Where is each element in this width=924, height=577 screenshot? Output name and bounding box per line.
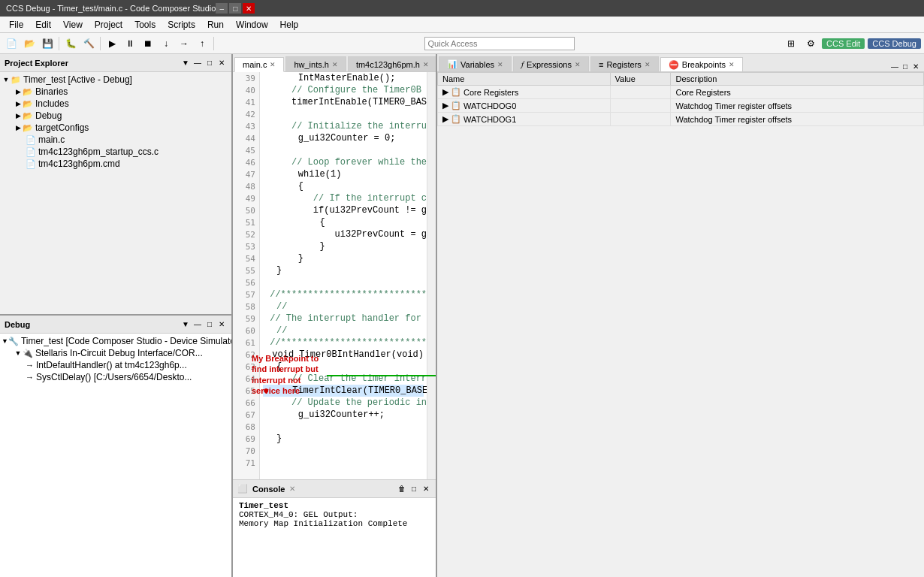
code-line-44[interactable]: g_ui32Counter = 0; xyxy=(263,132,424,144)
table-row[interactable]: ▶ 📋 WATCHDOG1 Watchdog Timer register of… xyxy=(438,113,924,126)
menu-tools[interactable]: Tools xyxy=(128,18,162,32)
panel-minimize[interactable]: — xyxy=(192,58,203,68)
console-clear[interactable]: 🗑 xyxy=(397,484,407,494)
project-root[interactable]: ▼ 📁 Timer_test [Active - Debug] xyxy=(2,74,230,86)
tree-targetconfigs[interactable]: ▶ 📂 targetConfigs xyxy=(2,122,230,134)
toolbar-step-into[interactable]: ↓ xyxy=(158,35,174,52)
tab-registers[interactable]: ≡ Registers ✕ xyxy=(590,56,659,71)
quick-access-input[interactable] xyxy=(424,37,575,50)
menu-view[interactable]: View xyxy=(57,18,89,32)
table-row[interactable]: ▶ 📋 WATCHDOG0 Watchdog Timer register of… xyxy=(438,99,924,113)
code-line-54[interactable]: } xyxy=(263,252,424,264)
right-panel-maximize[interactable]: □ xyxy=(900,61,910,71)
code-line-57[interactable]: //**************************************… xyxy=(263,288,424,301)
code-lines[interactable]: IntMasterEnable(); // Configure the Time… xyxy=(260,72,427,479)
code-line-71[interactable] xyxy=(263,457,424,469)
code-line-60[interactable]: // xyxy=(263,325,424,337)
debug-panel-maximize[interactable]: □ xyxy=(204,319,215,330)
tab-breakpoints-close[interactable]: ✕ xyxy=(729,61,735,68)
tab-variables-close[interactable]: ✕ xyxy=(497,61,503,68)
tree-cmd[interactable]: 📄 tm4c123gh6pm.cmd xyxy=(2,158,230,170)
debug-item-2[interactable]: → IntDefaultHandler() at tm4c123gh6p... xyxy=(2,359,230,371)
code-line-48[interactable]: { xyxy=(263,180,424,192)
toolbar-icon1[interactable]: ⊞ xyxy=(783,35,799,52)
code-line-40[interactable]: // Configure the Timer0B interrupt for t… xyxy=(263,84,424,96)
minimize-button[interactable]: – xyxy=(216,3,228,14)
code-line-62[interactable]: void Timer0BIntHandler(void) xyxy=(263,349,424,361)
tab-tm4c-h-close[interactable]: ✕ xyxy=(423,61,429,68)
toolbar-build[interactable]: 🔨 xyxy=(80,35,97,52)
close-button[interactable]: ✕ xyxy=(243,3,255,14)
menu-edit[interactable]: Edit xyxy=(29,18,57,32)
code-line-63[interactable]: { xyxy=(263,361,424,373)
code-line-46[interactable]: // Loop forever while the Timer0B runs. xyxy=(263,156,424,168)
expand-icon-2[interactable]: ▶ xyxy=(442,114,448,124)
toolbar-save[interactable]: 💾 xyxy=(39,35,56,52)
menu-file[interactable]: File xyxy=(3,18,29,32)
tree-debug[interactable]: ▶ 📂 Debug xyxy=(2,110,230,122)
tab-mainc[interactable]: main.c ✕ xyxy=(234,57,284,72)
ccs-edit-badge[interactable]: CCS Edit xyxy=(822,38,865,49)
console-tab-close[interactable]: ✕ xyxy=(289,485,295,493)
tree-includes[interactable]: ▶ 📂 Includes xyxy=(2,98,230,110)
code-line-70[interactable] xyxy=(263,445,424,457)
menu-scripts[interactable]: Scripts xyxy=(162,18,201,32)
code-line-52[interactable]: ui32PrevCount = g_ui32Counter; xyxy=(263,228,424,240)
code-line-42[interactable] xyxy=(263,108,424,120)
code-line-47[interactable]: while(1) xyxy=(263,168,424,180)
code-line-41[interactable]: timerIntEnable(TIMER0_BASE, TIMER_TIMB_T… xyxy=(263,96,424,108)
right-panel-minimize[interactable]: — xyxy=(889,61,900,71)
toolbar-step-return[interactable]: ↑ xyxy=(194,35,210,52)
debug-item-0[interactable]: ▼ 🔧 Timer_test [Code Composer Studio - D… xyxy=(2,335,230,347)
code-line-50[interactable]: if(ui32PrevCount != g_ui32Counter) xyxy=(263,204,424,216)
panel-collapse[interactable]: ▼ xyxy=(180,58,191,68)
console-maximize[interactable]: □ xyxy=(409,484,419,494)
code-editor[interactable]: 3940414243444546474849505152535455565758… xyxy=(233,72,436,479)
ccs-debug-badge[interactable]: CCS Debug xyxy=(868,38,921,49)
code-line-66[interactable]: // Update the periodic interrupt counter… xyxy=(263,397,424,409)
tab-variables[interactable]: 📊 Variables ✕ xyxy=(439,56,512,71)
code-line-49[interactable]: // If the interrupt count changed, print… xyxy=(263,192,424,204)
code-line-67[interactable]: g_ui32Counter++; xyxy=(263,409,424,421)
code-line-59[interactable]: // The interrupt handler for the Timer0B… xyxy=(263,313,424,325)
tree-mainc[interactable]: 📄 main.c xyxy=(2,134,230,146)
toolbar-suspend[interactable]: ⏸ xyxy=(122,35,138,52)
tab-expressions[interactable]: 𝑓 Expressions ✕ xyxy=(513,56,589,71)
code-line-45[interactable] xyxy=(263,144,424,156)
toolbar-open[interactable]: 📂 xyxy=(21,35,38,52)
tab-expressions-close[interactable]: ✕ xyxy=(575,61,581,68)
code-line-64[interactable]: // Clear the timer interrupt flag. xyxy=(263,373,424,385)
toolbar-resume[interactable]: ▶ xyxy=(104,35,120,52)
scrollbar[interactable] xyxy=(427,72,436,479)
code-line-39[interactable]: IntMasterEnable(); xyxy=(263,72,424,84)
tab-tm4c-h[interactable]: tm4c123gh6pm.h ✕ xyxy=(348,56,436,71)
toolbar-new[interactable]: 📄 xyxy=(3,35,20,52)
code-line-55[interactable]: } xyxy=(263,264,424,276)
toolbar-debug[interactable]: 🐛 xyxy=(62,35,79,52)
code-line-68[interactable] xyxy=(263,421,424,433)
toolbar-step-over[interactable]: → xyxy=(176,35,192,52)
panel-close[interactable]: ✕ xyxy=(216,58,227,68)
table-row[interactable]: ▶ 📋 Core Registers Core Registers xyxy=(438,86,924,99)
debug-panel-collapse[interactable]: ▼ xyxy=(180,319,191,330)
debug-item-1[interactable]: ▼ 🔌 Stellaris In-Circuit Debug Interface… xyxy=(2,347,230,359)
code-line-51[interactable]: { xyxy=(263,216,424,228)
menu-run[interactable]: Run xyxy=(201,18,230,32)
tab-mainc-close[interactable]: ✕ xyxy=(270,61,276,68)
code-line-58[interactable]: // xyxy=(263,301,424,313)
menu-help[interactable]: Help xyxy=(274,18,305,32)
tree-binaries[interactable]: ▶ 📂 Binaries xyxy=(2,86,230,98)
code-line-43[interactable]: // Initialize the interrupt counter. xyxy=(263,120,424,132)
tab-hw-ints[interactable]: hw_ints.h ✕ xyxy=(285,56,346,71)
code-line-53[interactable]: } xyxy=(263,240,424,252)
right-panel-close[interactable]: ✕ xyxy=(910,61,921,71)
expand-icon-0[interactable]: ▶ xyxy=(442,87,448,97)
expand-icon-1[interactable]: ▶ xyxy=(442,101,448,110)
code-line-61[interactable]: //**************************************… xyxy=(263,337,424,349)
tab-hw-ints-close[interactable]: ✕ xyxy=(332,61,338,68)
debug-item-3[interactable]: → SysCtlDelay() [C:/Users/6654/Deskto... xyxy=(2,371,230,383)
panel-maximize[interactable]: □ xyxy=(204,58,215,68)
menu-window[interactable]: Window xyxy=(230,18,274,32)
toolbar-icon2[interactable]: ⚙ xyxy=(802,35,819,52)
debug-panel-minimize[interactable]: — xyxy=(192,319,203,330)
